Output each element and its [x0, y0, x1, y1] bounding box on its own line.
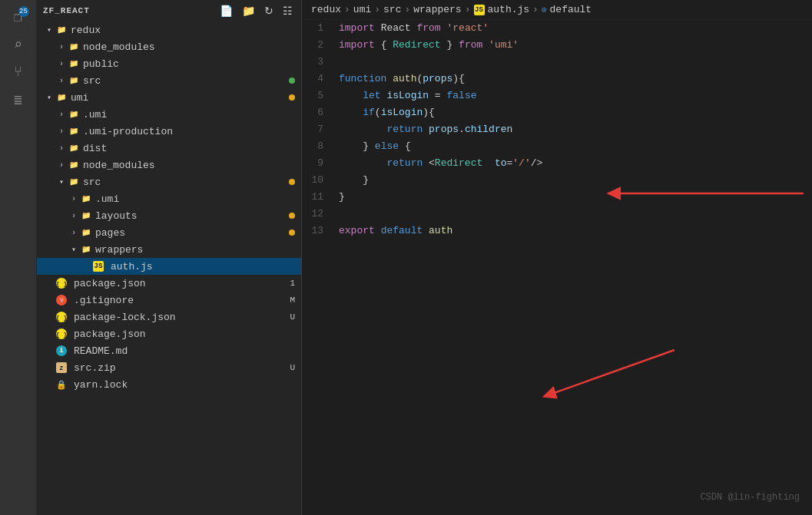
tree-item-redux[interactable]: 📁 redux: [37, 21, 301, 38]
refresh-button[interactable]: ↻: [262, 4, 276, 18]
zip-icon: Z: [55, 361, 68, 374]
label-src-umi: src: [83, 177, 101, 188]
folder-icon-public: 📁: [68, 58, 80, 70]
tree-item-umi[interactable]: 📁 umi: [37, 89, 301, 106]
label-umi-production: .umi-production: [83, 126, 173, 137]
code-line-1: 1 import React from 'react': [302, 20, 812, 37]
notification-badge: 25: [18, 6, 29, 17]
label-yarn-lock: yarn.lock: [74, 379, 128, 391]
code-line-7: 7 return props.children: [302, 121, 812, 138]
code-editor[interactable]: 1 import React from 'react' 2 import { R…: [302, 20, 812, 515]
label-layouts: layouts: [95, 210, 138, 222]
tree-item-public[interactable]: 📁 public: [37, 55, 301, 72]
folder-icon-dist: 📁: [68, 142, 80, 154]
tree-item-umi-production[interactable]: 📁 .umi-production: [37, 123, 301, 140]
chevron-dist: [55, 144, 68, 153]
code-line-4: 4 function auth(props){: [302, 71, 812, 87]
badge-src-umi: [289, 179, 295, 185]
chevron-node-modules-2: [55, 161, 68, 170]
tree-item-layouts[interactable]: 📁 layouts: [37, 207, 301, 224]
breadcrumb: redux › umi › src › wrappers › JS auth.j…: [302, 0, 812, 20]
label-dot-umi-src: .umi: [95, 193, 119, 205]
code-line-2: 2 import { Redirect } from 'umi': [302, 37, 812, 54]
label-pages: pages: [95, 227, 125, 239]
badge-umi: [289, 94, 295, 101]
tree-item-gitignore[interactable]: ⑂ .gitignore M: [37, 292, 301, 309]
sidebar: ZF_REACT 📄 📁 ↻ ☷ 📁 redux 📁 node_modules …: [37, 0, 302, 515]
tree-item-dot-umi-src[interactable]: 📁 .umi: [37, 190, 301, 207]
sidebar-title: ZF_REACT: [43, 6, 90, 15]
tree-item-package-json-2[interactable]: { } package.json: [37, 325, 301, 342]
breadcrumb-wrappers: wrappers: [413, 4, 461, 15]
new-file-button[interactable]: 📄: [217, 4, 235, 18]
breadcrumb-func-icon: ⊙: [542, 5, 547, 15]
tree-item-dist[interactable]: 📁 dist: [37, 140, 301, 157]
tree-item-src-redux[interactable]: 📁 src: [37, 72, 301, 89]
breadcrumb-src: src: [383, 4, 401, 15]
sidebar-header: ZF_REACT 📄 📁 ↻ ☷: [37, 0, 301, 21]
chevron-umi: [43, 93, 55, 102]
chevron-redux: [43, 25, 55, 35]
tree-item-package-lock[interactable]: { } package-lock.json U: [37, 309, 301, 325]
folder-icon-umi-production: 📁: [68, 125, 80, 137]
tree-item-pages[interactable]: 📁 pages: [37, 224, 301, 241]
code-line-12: 12: [302, 206, 812, 223]
activity-bar: ❐ 25 ⌕ ⑂ ≣: [0, 0, 37, 515]
search-icon[interactable]: ⌕: [8, 34, 29, 55]
tree-item-node-modules-2[interactable]: 📁 node_modules: [37, 157, 301, 173]
tree-item-wrappers[interactable]: 📁 wrappers: [37, 241, 301, 258]
sidebar-actions: 📄 📁 ↻ ☷: [217, 4, 295, 18]
json-icon-package-1: { }: [55, 277, 68, 289]
chevron-dot-umi-src: [68, 195, 80, 203]
tree-item-auth-js[interactable]: JS auth.js: [37, 258, 301, 275]
code-line-10: 10 }: [302, 172, 812, 189]
chevron-src-redux: [55, 77, 68, 85]
code-line-9: 9 return <Redirect to='/'/>: [302, 155, 812, 172]
folder-icon-layouts: 📁: [80, 210, 92, 222]
collapse-button[interactable]: ☷: [280, 4, 295, 18]
label-wrappers: wrappers: [95, 244, 143, 256]
badge-layouts: [289, 213, 295, 219]
breadcrumb-auth-js: JS auth.js: [474, 4, 530, 15]
tree-item-src-zip[interactable]: Z src.zip U: [37, 359, 301, 376]
tree-item-node-modules-1[interactable]: 📁 node_modules: [37, 38, 301, 55]
label-package-json-2: package.json: [74, 328, 146, 340]
info-icon-readme: i: [55, 345, 68, 357]
label-dist: dist: [83, 143, 107, 154]
label-umi: umi: [71, 92, 88, 104]
folder-icon-src-umi: 📁: [68, 176, 80, 188]
tree-item-readme[interactable]: i README.md: [37, 342, 301, 359]
tree-item-src-umi[interactable]: 📁 src: [37, 173, 301, 190]
folder-icon-redux: 📁: [55, 24, 68, 36]
tree-item-package-json-1[interactable]: { } package.json 1: [37, 275, 301, 292]
watermark: CSDN @lin-fighting: [700, 492, 800, 503]
js-icon-auth: JS: [92, 260, 104, 272]
label-package-json-1: package.json: [74, 278, 146, 289]
folder-icon-wrappers: 📁: [80, 243, 92, 256]
label-auth-js: auth.js: [111, 261, 153, 272]
chevron-umi-production: [55, 127, 68, 136]
code-content: 1 import React from 'react' 2 import { R…: [302, 20, 812, 239]
tree-item-dot-umi[interactable]: 📁 .umi: [37, 106, 301, 123]
file-tree: 📁 redux 📁 node_modules 📁 public 📁 src: [37, 21, 301, 515]
source-control-icon[interactable]: ⑂: [8, 61, 29, 83]
label-src-redux: src: [83, 75, 101, 87]
folder-icon-umi: 📁: [55, 91, 68, 104]
label-dot-umi: .umi: [83, 109, 107, 120]
label-node-modules-1: node_modules: [83, 41, 155, 53]
code-line-8: 8 } else {: [302, 138, 812, 155]
chevron-src-umi: [55, 177, 68, 187]
badge-pages: [289, 229, 295, 236]
chevron-node-modules-1: [55, 43, 68, 51]
label-package-lock: package-lock.json: [74, 312, 176, 323]
new-folder-button[interactable]: 📁: [240, 4, 257, 18]
code-line-5: 5 let isLogin = false: [302, 87, 812, 104]
explorer-icon[interactable]: ❐ 25: [8, 6, 29, 28]
folder-icon-dot-umi-src: 📁: [80, 193, 92, 205]
extensions-icon[interactable]: ≣: [8, 89, 29, 111]
lock-icon-yarn: 🔒: [55, 378, 68, 391]
code-line-11: 11 }: [302, 189, 812, 206]
svg-line-3: [545, 350, 674, 396]
tree-item-yarn-lock[interactable]: 🔒 yarn.lock: [37, 376, 301, 393]
folder-icon-node-modules-1: 📁: [68, 41, 80, 53]
